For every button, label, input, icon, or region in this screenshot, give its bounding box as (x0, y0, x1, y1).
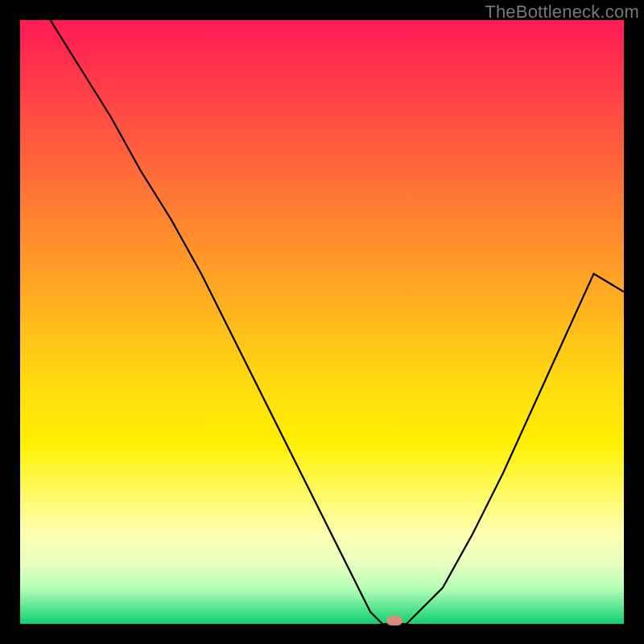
chart-root: TheBottleneck.com (0, 0, 644, 644)
gradient-plot-area (20, 20, 624, 624)
watermark-text: TheBottleneck.com (485, 2, 639, 23)
optimal-point-marker (386, 616, 402, 625)
